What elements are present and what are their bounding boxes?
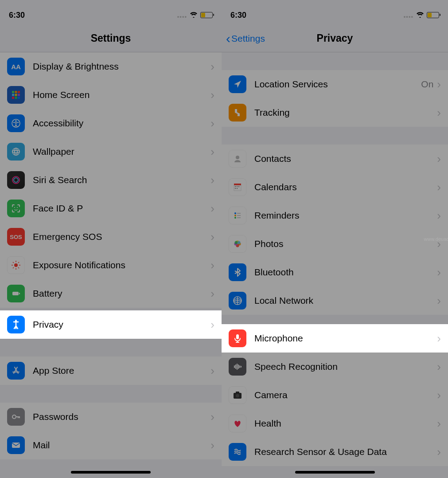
row-label: Bluetooth bbox=[254, 267, 437, 278]
row-passwords[interactable]: Passwords › bbox=[0, 403, 222, 431]
row-label: Speech Recognition bbox=[254, 361, 437, 372]
research-icon bbox=[229, 443, 246, 461]
row-reminders[interactable]: Reminders › bbox=[222, 201, 448, 230]
privacy-list-2: Contacts › Calendars › Reminders › Photo… bbox=[222, 145, 448, 315]
svg-rect-34 bbox=[234, 184, 241, 185]
chevron-right-icon: › bbox=[437, 360, 441, 374]
chevron-right-icon: › bbox=[437, 266, 441, 279]
row-bluetooth[interactable]: Bluetooth › bbox=[222, 258, 448, 286]
row-label: Research Sensor & Usage Data bbox=[254, 447, 437, 457]
row-home-screen[interactable]: Home Screen › bbox=[0, 81, 222, 109]
row-speech-recognition[interactable]: Speech Recognition › bbox=[222, 353, 448, 381]
chevron-right-icon: › bbox=[210, 318, 214, 332]
status-right: •••• bbox=[177, 11, 213, 20]
network-icon bbox=[229, 292, 246, 310]
siri-icon bbox=[7, 171, 25, 189]
battery-settings-icon bbox=[7, 285, 25, 302]
svg-point-42 bbox=[234, 215, 236, 216]
chevron-right-icon: › bbox=[210, 439, 214, 452]
row-face-id[interactable]: Face ID & P › bbox=[0, 194, 222, 223]
row-wallpaper[interactable]: Wallpaper › bbox=[0, 137, 222, 166]
chevron-right-icon: › bbox=[210, 60, 214, 74]
wifi-icon bbox=[416, 11, 424, 20]
photos-icon bbox=[229, 235, 246, 253]
row-label: Location Services bbox=[254, 79, 421, 90]
health-icon bbox=[229, 415, 246, 432]
svg-rect-4 bbox=[15, 94, 17, 96]
row-exposure-notifications[interactable]: Exposure Notifications › bbox=[0, 251, 222, 279]
status-right: •••• bbox=[404, 11, 439, 20]
row-label: Local Network bbox=[254, 295, 437, 306]
accessibility-icon bbox=[7, 114, 25, 132]
row-label: Exposure Notifications bbox=[33, 260, 210, 270]
face-id-icon bbox=[7, 200, 25, 217]
chevron-right-icon: › bbox=[437, 388, 441, 402]
row-location-services[interactable]: Location Services On › bbox=[222, 70, 448, 98]
row-label: Contacts bbox=[254, 153, 437, 164]
page-title: Privacy bbox=[317, 32, 353, 44]
status-time: 6:30 bbox=[230, 11, 246, 20]
row-app-store[interactable]: App Store › bbox=[0, 357, 222, 385]
svg-point-17 bbox=[14, 207, 15, 208]
svg-point-11 bbox=[15, 150, 17, 153]
sos-icon: SOS bbox=[7, 228, 25, 246]
home-indicator bbox=[71, 471, 151, 474]
row-research-sensor[interactable]: Research Sensor & Usage Data › bbox=[222, 438, 448, 466]
row-privacy[interactable]: Privacy › bbox=[0, 310, 222, 339]
privacy-list-3: Speech Recognition › Camera › Health › R… bbox=[222, 353, 448, 466]
cellular-dots-icon: •••• bbox=[404, 13, 413, 20]
row-mail[interactable]: Mail › bbox=[0, 431, 222, 459]
speech-recognition-icon bbox=[229, 358, 246, 376]
status-bar: 6:30 •••• bbox=[222, 0, 448, 25]
row-label: Calendars bbox=[254, 182, 437, 192]
battery-icon bbox=[427, 12, 439, 18]
svg-point-14 bbox=[15, 148, 17, 155]
row-siri-search[interactable]: Siri & Search › bbox=[0, 166, 222, 194]
back-button[interactable]: ‹ Settings bbox=[226, 33, 265, 44]
svg-rect-2 bbox=[18, 91, 20, 93]
status-bar: 6:30 •••• bbox=[0, 0, 222, 25]
row-microphone[interactable]: Microphone › bbox=[222, 324, 448, 353]
group-separator bbox=[0, 339, 222, 357]
row-contacts[interactable]: Contacts › bbox=[222, 145, 448, 173]
location-icon bbox=[229, 75, 246, 93]
mail-icon bbox=[7, 436, 25, 454]
row-camera[interactable]: Camera › bbox=[222, 381, 448, 409]
row-calendars[interactable]: Calendars › bbox=[222, 173, 448, 201]
contacts-icon bbox=[229, 150, 246, 168]
phone-privacy: 6:30 •••• ‹ Settings Privacy Location Se… bbox=[222, 0, 448, 478]
row-label: Home Screen bbox=[33, 90, 210, 100]
chevron-right-icon: › bbox=[210, 173, 214, 187]
svg-line-25 bbox=[18, 267, 19, 268]
row-label: Mail bbox=[33, 440, 210, 451]
svg-rect-3 bbox=[12, 94, 14, 96]
svg-rect-6 bbox=[12, 97, 14, 99]
chevron-right-icon: › bbox=[210, 287, 214, 301]
svg-rect-5 bbox=[18, 94, 20, 96]
chevron-right-icon: › bbox=[210, 145, 214, 159]
row-battery[interactable]: Battery › bbox=[0, 279, 222, 308]
svg-rect-66 bbox=[236, 392, 239, 393]
row-tracking[interactable]: Tracking › bbox=[222, 98, 448, 127]
watermark: www.deuaq.com bbox=[424, 236, 448, 242]
svg-point-13 bbox=[12, 150, 19, 153]
svg-rect-57 bbox=[236, 334, 239, 339]
bluetooth-icon bbox=[229, 263, 246, 281]
row-health[interactable]: Health › bbox=[222, 409, 448, 438]
row-emergency-sos[interactable]: SOS Emergency SOS › bbox=[0, 223, 222, 251]
row-photos[interactable]: Photos › bbox=[222, 230, 448, 258]
row-accessibility[interactable]: Accessibility › bbox=[0, 109, 222, 137]
row-label: Emergency SOS bbox=[33, 231, 210, 242]
row-display-brightness[interactable]: AA Display & Brightness › bbox=[0, 52, 222, 81]
row-label: Camera bbox=[254, 390, 437, 400]
svg-rect-36 bbox=[235, 186, 236, 187]
svg-point-31 bbox=[12, 415, 16, 419]
chevron-right-icon: › bbox=[210, 117, 214, 130]
chevron-right-icon: › bbox=[437, 180, 441, 194]
nav-header: ‹ Settings Privacy bbox=[222, 25, 448, 52]
row-local-network[interactable]: Local Network › bbox=[222, 286, 448, 315]
row-label: Passwords bbox=[33, 411, 210, 422]
passwords-icon bbox=[7, 408, 25, 426]
svg-point-16 bbox=[14, 178, 18, 182]
svg-line-26 bbox=[13, 267, 14, 268]
